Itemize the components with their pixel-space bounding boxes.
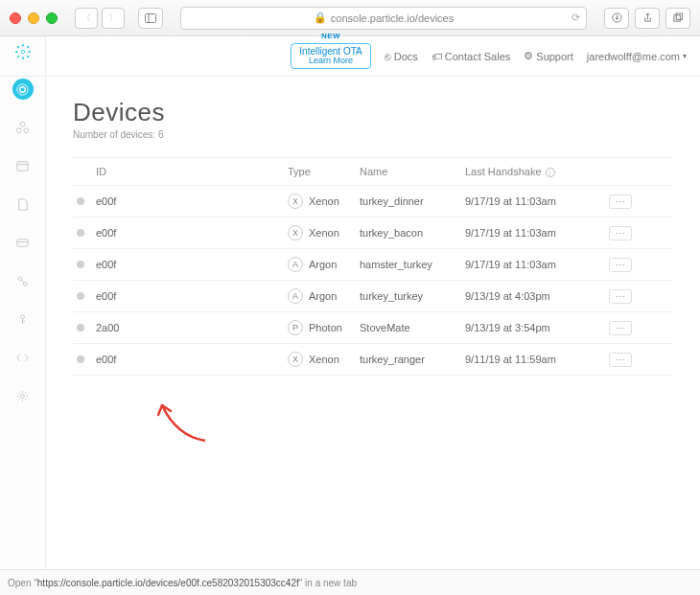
cell-last-handshake: 9/17/19 at 11:03am — [465, 195, 609, 207]
cell-type: XXenon — [288, 352, 360, 367]
row-actions-button[interactable]: ⋯ — [609, 321, 632, 335]
sidebar-item-events[interactable] — [12, 155, 34, 176]
share-button[interactable] — [635, 8, 660, 29]
table-row[interactable]: e00fXXenonturkey_dinner9/17/19 at 11:03a… — [73, 186, 673, 217]
status-indicator — [77, 292, 84, 300]
table-row[interactable]: e00fXXenonturkey_bacon9/17/19 at 11:03am… — [73, 217, 673, 249]
type-badge-icon: A — [288, 288, 303, 304]
cell-id: 2a00 — [96, 322, 288, 333]
cell-name: turkey_ranger — [360, 354, 465, 365]
table-row[interactable]: e00fXXenonturkey_ranger9/11/19 at 11:59a… — [73, 344, 673, 376]
downloads-icon — [612, 12, 622, 23]
user-email: jaredwolff@me.com — [587, 51, 680, 62]
cell-id: e00f — [96, 259, 288, 270]
cell-name: hamster_turkey — [360, 259, 465, 270]
sims-icon — [15, 197, 30, 212]
lock-icon: 🔒 — [314, 11, 327, 24]
page-content: Devices Number of devices: 6 ID Type Nam… — [46, 77, 700, 569]
cell-name: turkey_bacon — [360, 227, 465, 239]
tabs-button[interactable] — [665, 8, 690, 29]
svg-point-24 — [23, 282, 27, 286]
sidebar-item-ide[interactable] — [12, 347, 34, 368]
col-name[interactable]: Name — [360, 166, 465, 177]
cell-last-handshake: 9/11/19 at 11:59am — [465, 354, 609, 365]
billing-icon — [15, 236, 30, 250]
ide-icon — [15, 351, 30, 365]
tag-icon: 🏷 — [432, 51, 442, 62]
browser-statusbar: Open " https://console.particle.io/devic… — [0, 569, 700, 595]
sidebar-item-integrations[interactable] — [12, 270, 34, 291]
sidebar-item-billing[interactable] — [12, 232, 34, 253]
cell-type: AArgon — [288, 257, 360, 272]
cell-type: XXenon — [288, 225, 360, 240]
svg-point-23 — [18, 276, 22, 280]
type-badge-icon: A — [288, 257, 303, 272]
downloads-button[interactable] — [604, 8, 629, 29]
cell-last-handshake: 9/17/19 at 11:03am — [465, 227, 609, 239]
promo-banner[interactable]: NEW Intelligent OTA Learn More — [291, 43, 370, 69]
forward-button[interactable]: 〉 — [102, 8, 125, 29]
row-actions-button[interactable]: ⋯ — [609, 195, 632, 209]
back-button[interactable]: 〈 — [75, 8, 98, 29]
cell-id: e00f — [96, 227, 288, 239]
sidebar-item-products[interactable] — [12, 117, 34, 138]
row-actions-button[interactable]: ⋯ — [609, 353, 632, 367]
table-row[interactable]: e00fAArgonhamster_turkey9/17/19 at 11:03… — [73, 249, 673, 281]
col-last-handshake[interactable]: Last Handshakei — [465, 166, 609, 177]
table-header: ID Type Name Last Handshakei — [73, 158, 673, 186]
svg-rect-19 — [17, 161, 28, 170]
window-titlebar: 〈 〉 🔒 console.particle.io/devices ⟳ — [0, 0, 700, 36]
devices-table: ID Type Name Last Handshakei e00fXXenont… — [73, 157, 673, 376]
reload-icon[interactable]: ⟳ — [572, 11, 580, 24]
sidebar-item-devices[interactable] — [12, 79, 34, 100]
cell-name: turkey_dinner — [360, 195, 465, 207]
promo-learn-link[interactable]: Learn More — [299, 57, 362, 66]
col-id[interactable]: ID — [96, 166, 288, 177]
status-prefix: Open " — [8, 578, 37, 588]
status-indicator — [77, 229, 84, 237]
sidebar-toggle-icon — [145, 12, 156, 24]
type-badge-icon: P — [288, 320, 303, 335]
status-indicator — [77, 355, 84, 363]
products-icon — [15, 121, 30, 135]
row-actions-button[interactable]: ⋯ — [609, 258, 632, 272]
cell-id: e00f — [96, 195, 288, 207]
sidebar-item-settings[interactable] — [12, 385, 34, 406]
svg-point-18 — [24, 127, 29, 132]
window-minimize-button[interactable] — [28, 12, 39, 24]
sidebar-item-auth[interactable] — [12, 309, 34, 330]
device-count: Number of devices: 6 — [73, 129, 673, 140]
cell-type: PPhoton — [288, 320, 360, 335]
svg-rect-4 — [676, 13, 682, 19]
user-menu[interactable]: jaredwolff@me.com▾ — [587, 51, 687, 62]
support-icon: ⚙ — [524, 50, 533, 62]
table-row[interactable]: 2a00PPhotonStoveMate9/13/19 at 3:54pm⋯ — [73, 312, 673, 344]
row-actions-button[interactable]: ⋯ — [609, 226, 632, 240]
status-indicator — [77, 197, 84, 205]
cell-type: XXenon — [288, 194, 360, 209]
info-icon[interactable]: i — [546, 168, 555, 177]
svg-rect-3 — [673, 15, 679, 21]
docs-label: Docs — [394, 51, 418, 62]
address-bar[interactable]: 🔒 console.particle.io/devices ⟳ — [180, 7, 587, 30]
share-icon — [642, 12, 653, 23]
sidebar-item-sims[interactable] — [12, 194, 34, 215]
support-link[interactable]: ⚙Support — [524, 50, 573, 62]
auth-icon — [15, 312, 30, 327]
sidebar-toggle-button[interactable] — [138, 8, 163, 29]
col-type[interactable]: Type — [288, 166, 360, 177]
svg-rect-21 — [17, 239, 28, 246]
type-badge-icon: X — [288, 194, 303, 209]
contact-sales-link[interactable]: 🏷Contact Sales — [432, 51, 510, 62]
page-header: NEW Intelligent OTA Learn More ⎋Docs 🏷Co… — [0, 36, 700, 77]
docs-link[interactable]: ⎋Docs — [385, 51, 418, 62]
table-row[interactable]: e00fAArgonturkey_turkey9/13/19 at 4:03pm… — [73, 281, 673, 312]
window-zoom-button[interactable] — [46, 12, 58, 24]
devices-icon — [15, 82, 30, 97]
row-actions-button[interactable]: ⋯ — [609, 289, 632, 304]
window-close-button[interactable] — [10, 12, 21, 24]
device-count-label: Number of devices: — [73, 129, 155, 140]
device-count-value: 6 — [158, 129, 164, 140]
svg-point-27 — [21, 394, 25, 398]
window-traffic-lights — [10, 12, 58, 24]
